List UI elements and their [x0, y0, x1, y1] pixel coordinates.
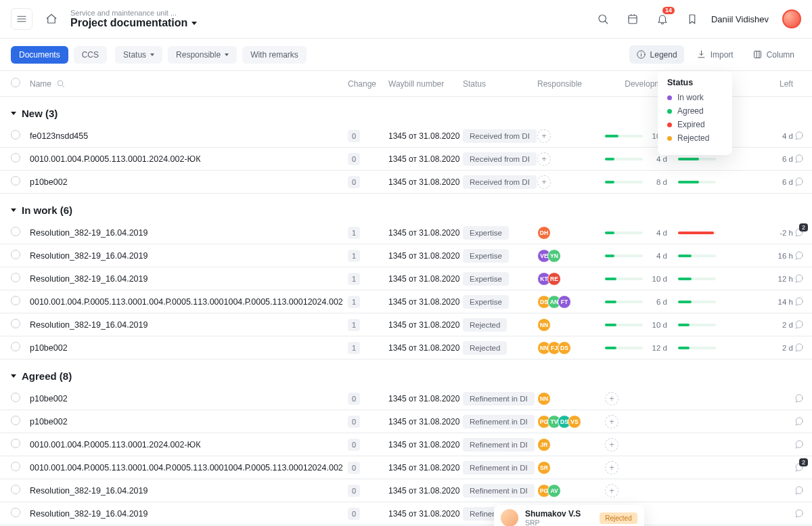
row-select[interactable]: [11, 393, 20, 402]
comment-icon[interactable]: [793, 393, 804, 404]
waybill: 1345 от 31.08.2020: [388, 251, 463, 261]
row-select[interactable]: [11, 319, 20, 328]
row-select[interactable]: [11, 153, 20, 162]
row-select[interactable]: [11, 416, 20, 425]
col-responsible[interactable]: Responsible: [537, 79, 605, 89]
row-select[interactable]: [11, 462, 20, 471]
table-row[interactable]: Resolution_382-19_16.04.201911345 от 31.…: [0, 313, 812, 336]
select-all[interactable]: [11, 78, 20, 87]
chevron-down-icon[interactable]: [191, 22, 197, 25]
left-value: 6 d: [752, 178, 793, 186]
avatar[interactable]: VS: [568, 415, 581, 429]
col-change[interactable]: Change: [348, 79, 388, 89]
comment-icon[interactable]: [793, 177, 804, 188]
comment-icon[interactable]: [793, 154, 804, 165]
table-row[interactable]: Resolution_382-19_16.04.201911345 от 31.…: [0, 221, 812, 244]
comment-icon[interactable]: 2: [793, 462, 804, 473]
comment-icon[interactable]: [793, 131, 804, 141]
add-development-button[interactable]: +: [605, 484, 618, 498]
avatar[interactable]: AV: [547, 484, 561, 498]
avatar[interactable]: FT: [558, 295, 571, 309]
comment-icon[interactable]: 2: [793, 227, 804, 238]
row-select[interactable]: [11, 250, 20, 259]
table-row[interactable]: p10be00201345 от 31.08.2020Refinement in…: [0, 387, 812, 410]
more-responsible[interactable]: [583, 416, 591, 426]
avatar[interactable]: RE: [547, 272, 561, 286]
user-avatar[interactable]: [782, 9, 801, 28]
comment-icon[interactable]: [793, 297, 804, 307]
avatar[interactable]: NN: [537, 392, 551, 406]
table-row[interactable]: p10be00211345 от 31.08.2020RejectedNNFJD…: [0, 336, 812, 359]
avatar[interactable]: JR: [537, 438, 551, 452]
col-left[interactable]: Left: [752, 79, 793, 89]
filter-responsible[interactable]: Responsible: [168, 46, 237, 64]
group-header[interactable]: Agreed (8): [0, 359, 812, 387]
tab-documents[interactable]: Documents: [11, 46, 68, 64]
calendar-button[interactable]: [622, 8, 644, 30]
avatar[interactable]: SR: [537, 461, 551, 475]
bookmarks-button[interactable]: [681, 8, 703, 30]
table-row[interactable]: p10be00201345 от 31.08.2020Refinement in…: [0, 410, 812, 433]
user-hover-card: Shumakov V.S SRP Rejected: [494, 505, 644, 526]
table-row[interactable]: Resolution_382-19_16.04.201911345 от 31.…: [0, 267, 812, 290]
notifications-button[interactable]: 14: [652, 8, 673, 30]
table-row[interactable]: Resolution_382-19_16.04.201911345 от 31.…: [0, 244, 812, 267]
comment-icon[interactable]: [793, 250, 804, 261]
row-select[interactable]: [11, 485, 20, 494]
user-name[interactable]: Daniil Vidishev: [711, 14, 769, 24]
comment-icon[interactable]: [793, 508, 804, 519]
legend-button[interactable]: Legend: [629, 45, 684, 64]
add-development-button[interactable]: +: [605, 438, 618, 452]
tab-ccs[interactable]: CCS: [74, 46, 107, 64]
row-select[interactable]: [11, 227, 20, 236]
add-responsible-button[interactable]: +: [537, 129, 551, 143]
more-responsible[interactable]: [563, 485, 571, 496]
col-name[interactable]: Name: [30, 79, 51, 89]
page-title[interactable]: Project documentation: [70, 17, 187, 29]
row-select[interactable]: [11, 296, 20, 305]
breadcrumb[interactable]: Service and maintenance unit ...: [70, 9, 197, 17]
left-progress: [678, 232, 752, 234]
add-development-button[interactable]: +: [605, 461, 618, 475]
avatar[interactable]: DS: [558, 341, 571, 355]
home-button[interactable]: [41, 8, 62, 30]
col-status[interactable]: Status: [463, 79, 537, 89]
import-button[interactable]: Import: [690, 45, 740, 64]
add-responsible-button[interactable]: +: [537, 175, 551, 189]
col-waybill[interactable]: Waybill number: [388, 79, 463, 89]
comment-icon[interactable]: [793, 320, 804, 330]
table-row[interactable]: 0010.001.004.Р.0005.113.0001.004.Р.0005.…: [0, 456, 812, 479]
add-development-button[interactable]: +: [605, 415, 618, 429]
search-button[interactable]: [592, 8, 614, 30]
avatar[interactable]: YN: [547, 249, 561, 263]
filter-with-remarks[interactable]: With remarks: [242, 46, 307, 64]
comment-icon[interactable]: [793, 343, 804, 353]
search-icon[interactable]: [55, 79, 66, 89]
table-row[interactable]: 0010.001.004.Р.0005.113.0001.2024.002-ЮК…: [0, 433, 812, 456]
avatar[interactable]: DH: [537, 226, 551, 240]
change-badge: 1: [348, 227, 360, 239]
avatar[interactable]: NN: [537, 318, 551, 332]
row-select[interactable]: [11, 508, 20, 517]
comment-icon[interactable]: [793, 485, 804, 496]
row-select[interactable]: [11, 176, 20, 185]
comment-icon[interactable]: [793, 416, 804, 427]
add-development-button[interactable]: +: [605, 392, 618, 406]
table-row[interactable]: Resolution_382-19_16.04.201901345 от 31.…: [0, 479, 812, 502]
row-select[interactable]: [11, 130, 20, 139]
column-button[interactable]: Column: [746, 45, 801, 64]
row-select[interactable]: [11, 273, 20, 282]
row-name: 0010.001.004.Р.0005.113.0001.004.Р.0005.…: [30, 463, 348, 473]
comment-icon[interactable]: [793, 439, 804, 450]
waybill: 1345 от 31.08.2020: [388, 154, 463, 164]
table-row[interactable]: p10be00201345 от 31.08.2020Received from…: [0, 171, 812, 194]
group-header[interactable]: In work (6): [0, 194, 812, 221]
add-responsible-button[interactable]: +: [537, 152, 551, 166]
comment-icon[interactable]: [793, 273, 804, 284]
table-row[interactable]: Resolution_382-19_16.04.201901345 от 31.…: [0, 502, 812, 525]
hamburger-button[interactable]: [11, 8, 32, 30]
filter-status[interactable]: Status: [115, 46, 162, 64]
row-select[interactable]: [11, 439, 20, 448]
table-row[interactable]: 0010.001.004.Р.0005.113.0001.004.Р.0005.…: [0, 290, 812, 313]
row-select[interactable]: [11, 342, 20, 351]
